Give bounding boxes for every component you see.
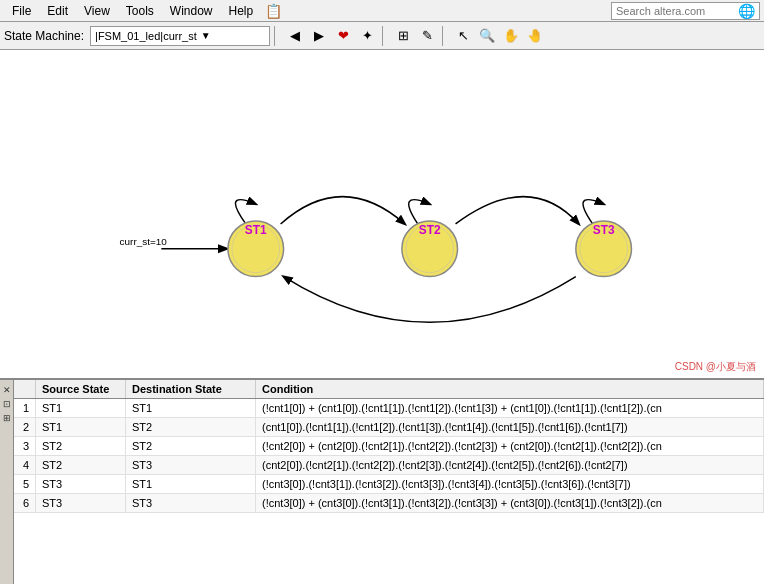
cell-dest: ST2: [126, 437, 256, 455]
col-dest: Destination State: [126, 380, 256, 398]
toolbar: State Machine: |FSM_01_led|curr_st ▼ ◀ ▶…: [0, 22, 764, 50]
col-condition: Condition: [256, 380, 764, 398]
cell-num: 6: [14, 494, 36, 512]
menu-window[interactable]: Window: [162, 2, 221, 20]
cell-num: 4: [14, 456, 36, 474]
cell-source: ST1: [36, 399, 126, 417]
cell-source: ST1: [36, 418, 126, 436]
cell-dest: ST3: [126, 494, 256, 512]
cell-condition: (!cnt1[0]) + (cnt1[0]).(!cnt1[1]).(!cnt1…: [256, 399, 764, 417]
transitions-table: Source State Destination State Condition…: [14, 380, 764, 584]
state-machine-diagram: curr_st=10 ST1 ST2 ST3: [0, 50, 764, 378]
table-row: 5 ST3 ST1 (!cnt3[0]).(!cnt3[1]).(!cnt3[2…: [14, 475, 764, 494]
app-logo: 📋: [265, 3, 282, 19]
col-source: Source State: [36, 380, 126, 398]
menu-bar: File Edit View Tools Window Help 📋 🌐: [0, 0, 764, 22]
toolbar-separator-3: [442, 26, 448, 46]
cell-source: ST2: [36, 456, 126, 474]
cell-dest: ST3: [126, 456, 256, 474]
highlight-button[interactable]: ❤: [332, 25, 354, 47]
cell-num: 5: [14, 475, 36, 493]
cell-dest: ST2: [126, 418, 256, 436]
table-row: 1 ST1 ST1 (!cnt1[0]) + (cnt1[0]).(!cnt1[…: [14, 399, 764, 418]
search-bar: 🌐: [611, 2, 760, 20]
cell-condition: (!cnt2[0]) + (cnt2[0]).(!cnt2[1]).(!cnt2…: [256, 437, 764, 455]
state-machine-label: State Machine:: [4, 29, 84, 43]
cell-dest: ST1: [126, 399, 256, 417]
menu-edit[interactable]: Edit: [39, 2, 76, 20]
cell-condition: (!cnt3[0]) + (cnt3[0]).(!cnt3[1]).(!cnt3…: [256, 494, 764, 512]
bottom-panel: ✕ ⊡ ⊞ Source State Destination State Con…: [0, 380, 764, 584]
cell-condition: (cnt1[0]).(!cnt1[1]).(!cnt1[2]).(!cnt1[3…: [256, 418, 764, 436]
nav-forward-button[interactable]: ▶: [308, 25, 330, 47]
cell-num: 2: [14, 418, 36, 436]
table-header: Source State Destination State Condition: [14, 380, 764, 399]
expand-side-icon[interactable]: ⊞: [1, 412, 13, 424]
diagram-view-button[interactable]: ✎: [416, 25, 438, 47]
toolbar-separator-1: [274, 26, 280, 46]
svg-text:ST2: ST2: [419, 223, 441, 237]
state-machine-dropdown[interactable]: |FSM_01_led|curr_st ▼: [90, 26, 270, 46]
toolbar-separator-2: [382, 26, 388, 46]
cell-source: ST2: [36, 437, 126, 455]
table-row: 3 ST2 ST2 (!cnt2[0]) + (cnt2[0]).(!cnt2[…: [14, 437, 764, 456]
globe-icon: 🌐: [738, 3, 755, 19]
search-input[interactable]: [616, 5, 736, 17]
pan-tool-button[interactable]: ✋: [500, 25, 522, 47]
side-icons-panel: ✕ ⊡ ⊞: [0, 380, 14, 584]
table-view-button[interactable]: ⊞: [392, 25, 414, 47]
hand-tool-button[interactable]: 🤚: [524, 25, 546, 47]
table-body: 1 ST1 ST1 (!cnt1[0]) + (cnt1[0]).(!cnt1[…: [14, 399, 764, 584]
menu-file[interactable]: File: [4, 2, 39, 20]
col-num: [14, 380, 36, 398]
diagram-area[interactable]: curr_st=10 ST1 ST2 ST3 CSDN @小夏与酒: [0, 50, 764, 380]
select-tool-button[interactable]: ↖: [452, 25, 474, 47]
dropdown-arrow-icon: ▼: [201, 30, 211, 41]
menu-tools[interactable]: Tools: [118, 2, 162, 20]
close-side-icon[interactable]: ✕: [1, 384, 13, 396]
cell-num: 1: [14, 399, 36, 417]
table-row: 2 ST1 ST2 (cnt1[0]).(!cnt1[1]).(!cnt1[2]…: [14, 418, 764, 437]
cell-condition: (cnt2[0]).(!cnt2[1]).(!cnt2[2]).(!cnt2[3…: [256, 456, 764, 474]
cell-condition: (!cnt3[0]).(!cnt3[1]).(!cnt3[2]).(!cnt3[…: [256, 475, 764, 493]
svg-text:ST3: ST3: [593, 223, 615, 237]
svg-rect-0: [2, 50, 761, 378]
menu-view[interactable]: View: [76, 2, 118, 20]
zoom-in-button[interactable]: 🔍: [476, 25, 498, 47]
cell-source: ST3: [36, 475, 126, 493]
table-row: 4 ST2 ST3 (cnt2[0]).(!cnt2[1]).(!cnt2[2]…: [14, 456, 764, 475]
state-machine-value: |FSM_01_led|curr_st: [95, 30, 197, 42]
cell-source: ST3: [36, 494, 126, 512]
cell-dest: ST1: [126, 475, 256, 493]
nav-back-button[interactable]: ◀: [284, 25, 306, 47]
minimize-side-icon[interactable]: ⊡: [1, 398, 13, 410]
cell-num: 3: [14, 437, 36, 455]
table-row: 6 ST3 ST3 (!cnt3[0]) + (cnt3[0]).(!cnt3[…: [14, 494, 764, 513]
properties-button[interactable]: ✦: [356, 25, 378, 47]
svg-text:ST1: ST1: [245, 223, 267, 237]
menu-help[interactable]: Help: [221, 2, 262, 20]
svg-text:curr_st=10: curr_st=10: [120, 236, 168, 247]
